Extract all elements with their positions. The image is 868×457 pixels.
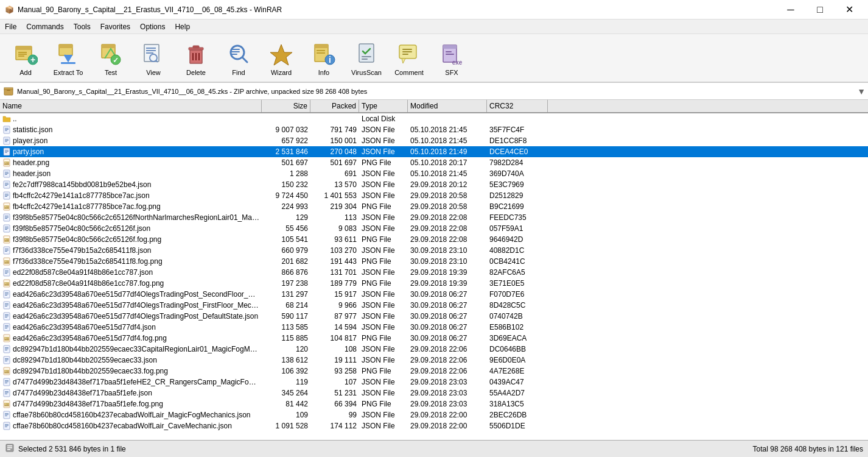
table-row[interactable]: f39f8b5e85775e04c80c566c2c65126f.json55 … bbox=[0, 223, 868, 234]
cell-modified: 30.09.2018 06:27 bbox=[408, 301, 487, 310]
col-header-modified[interactable]: Modified bbox=[408, 100, 487, 112]
table-row[interactable]: party.json2 531 846270 048JSON File05.10… bbox=[0, 146, 868, 157]
maximize-button[interactable]: □ bbox=[806, 0, 834, 19]
table-row[interactable]: ead426a6c23d39548a670ee515d77df4OlegsTra… bbox=[0, 289, 868, 300]
cell-crc: 369D740A bbox=[487, 169, 548, 178]
cell-packed: 191 443 bbox=[310, 257, 359, 266]
cell-size: 119 bbox=[262, 378, 310, 386]
close-button[interactable]: ✕ bbox=[835, 0, 863, 19]
cell-packed: 270 048 bbox=[310, 147, 359, 156]
cell-modified: 30.09.2018 23:10 bbox=[408, 246, 487, 255]
svg-text:i: i bbox=[329, 55, 331, 65]
svg-rect-92 bbox=[5, 229, 7, 230]
wizard-button[interactable]: Wizard bbox=[261, 36, 302, 80]
menu-item-file[interactable]: File bbox=[0, 19, 21, 34]
cell-modified: 29.09.2018 22:00 bbox=[408, 422, 487, 430]
menu-item-help[interactable]: Help bbox=[170, 19, 195, 34]
extract-button[interactable]: Extract To bbox=[47, 36, 89, 80]
cell-modified: 29.09.2018 23:03 bbox=[408, 378, 487, 386]
info-button[interactable]: iInfo bbox=[303, 36, 345, 80]
cell-name: d7477d499b23d48438ef717baa5f1efe.fog.png bbox=[0, 400, 262, 408]
table-row[interactable]: fb4cffc2c4279e141a1c877785bce7ac.json9 7… bbox=[0, 190, 868, 201]
svg-rect-132 bbox=[5, 350, 7, 350]
file-name: ead426a6c23d39548a670ee515d77df4OlegsTra… bbox=[13, 312, 258, 321]
virusscan-button[interactable]: VirusScan bbox=[346, 36, 387, 80]
table-row[interactable]: f7f36d338ce755e479b15a2c685411f8.json660… bbox=[0, 245, 868, 256]
cell-name: player.json bbox=[0, 136, 262, 145]
svg-rect-54 bbox=[7, 90, 10, 91]
table-row[interactable]: ed22f08d587c8e04a91f48b86e1cc787.json866… bbox=[0, 267, 868, 278]
svg-rect-158 bbox=[5, 427, 7, 427]
comment-icon bbox=[394, 40, 424, 67]
minimize-button[interactable]: ─ bbox=[777, 0, 805, 19]
find-button[interactable]: Find bbox=[218, 36, 259, 80]
table-row[interactable]: fb4cffc2c4279e141a1c877785bce7ac.fog.png… bbox=[0, 201, 868, 212]
cell-modified: 29.09.2018 23:03 bbox=[408, 389, 487, 397]
menu-item-favorites[interactable]: Favorites bbox=[96, 19, 135, 34]
table-row[interactable]: header.json1 288691JSON File05.10.2018 2… bbox=[0, 168, 868, 179]
file-name: f39f8b5e85775e04c80c566c2c65126fNorthNar… bbox=[13, 213, 259, 222]
cell-crc: DCEA4CE0 bbox=[487, 147, 548, 156]
col-header-type[interactable]: Type bbox=[359, 100, 408, 112]
table-row[interactable]: f39f8b5e85775e04c80c566c2c65126fNorthNar… bbox=[0, 212, 868, 223]
table-row[interactable]: ..Local Disk bbox=[0, 113, 868, 124]
table-row[interactable]: cffae78b60b80cd458160b4237ecabadWolfLair… bbox=[0, 420, 868, 431]
address-dropdown-icon[interactable]: ▼ bbox=[857, 87, 866, 96]
comment-button[interactable]: Comment bbox=[388, 36, 430, 80]
cell-modified: 30.09.2018 06:27 bbox=[408, 290, 487, 299]
table-row[interactable]: ead426a6c23d39548a670ee515d77df4OlegsTra… bbox=[0, 311, 868, 322]
svg-marker-32 bbox=[270, 44, 292, 65]
table-row[interactable]: header.png501 697501 697PNG File05.10.20… bbox=[0, 157, 868, 168]
table-row[interactable]: dc892947b1d180b44bb202559ecaec33.json138… bbox=[0, 355, 868, 366]
table-row[interactable]: ead426a6c23d39548a670ee515d77df4.fog.png… bbox=[0, 333, 868, 344]
cell-packed: 107 bbox=[310, 378, 359, 386]
file-name: party.json bbox=[13, 147, 44, 156]
test-button[interactable]: ✓Test bbox=[90, 36, 131, 80]
json-file-icon bbox=[2, 180, 11, 189]
col-header-size[interactable]: Size bbox=[262, 100, 310, 112]
table-row[interactable]: ead426a6c23d39548a670ee515d77df4OlegsTra… bbox=[0, 300, 868, 311]
cell-packed: 66 394 bbox=[310, 400, 359, 408]
cell-crc: 3E71E0E5 bbox=[487, 279, 548, 288]
menu-item-commands[interactable]: Commands bbox=[21, 19, 68, 34]
cell-packed: 150 001 bbox=[310, 136, 359, 145]
table-row[interactable]: dc892947b1d180b44bb202559ecaec33.fog.png… bbox=[0, 366, 868, 377]
svg-rect-143 bbox=[5, 383, 7, 383]
cell-type: JSON File bbox=[359, 323, 408, 331]
col-header-packed[interactable]: Packed bbox=[310, 100, 359, 112]
svg-rect-153 bbox=[5, 414, 9, 415]
table-row[interactable]: player.json657 922150 001JSON File05.10.… bbox=[0, 135, 868, 146]
svg-rect-66 bbox=[5, 152, 7, 153]
col-header-crc[interactable]: CRC32 bbox=[487, 100, 548, 112]
cell-size: 657 922 bbox=[262, 136, 310, 145]
add-button[interactable]: +Add bbox=[5, 36, 46, 80]
menu-item-options[interactable]: Options bbox=[135, 19, 170, 34]
table-row[interactable]: f7f36d338ce755e479b15a2c685411f8.fog.png… bbox=[0, 256, 868, 267]
sfx-button[interactable]: exeSFX bbox=[431, 36, 472, 80]
table-row[interactable]: ead426a6c23d39548a670ee515d77df4.json113… bbox=[0, 322, 868, 333]
table-row[interactable]: cffae78b60b80cd458160b4237ecabadWolfLair… bbox=[0, 409, 868, 420]
svg-rect-2 bbox=[18, 54, 27, 55]
table-row[interactable]: fe2c7dff7988ca145bbd0081b9e52be4.json150… bbox=[0, 179, 868, 190]
table-row[interactable]: dc892947b1d180b44bb202559ecaec33CapitalR… bbox=[0, 344, 868, 355]
cell-packed: 51 231 bbox=[310, 389, 359, 397]
cell-crc: 0439AC47 bbox=[487, 378, 548, 386]
table-row[interactable]: d7477d499b23d48438ef717baa5f1efe.json345… bbox=[0, 388, 868, 399]
table-row[interactable]: d7477d499b23d48438ef717baa5f1efe.fog.png… bbox=[0, 399, 868, 409]
view-button[interactable]: View bbox=[133, 36, 174, 80]
cell-packed: 93 611 bbox=[310, 235, 359, 244]
file-name: f7f36d338ce755e479b15a2c685411f8.json bbox=[13, 246, 152, 255]
table-row[interactable]: ed22f08d587c8e04a91f48b86e1cc787.fog.png… bbox=[0, 278, 868, 289]
table-row[interactable]: f39f8b5e85775e04c80c566c2c65126f.fog.png… bbox=[0, 234, 868, 245]
col-header-name[interactable]: Name bbox=[0, 100, 262, 112]
delete-button[interactable]: Delete bbox=[175, 36, 217, 80]
menu-item-tools[interactable]: Tools bbox=[69, 19, 96, 34]
cell-size: 138 612 bbox=[262, 356, 310, 364]
svg-rect-90 bbox=[5, 227, 9, 227]
json-file-icon bbox=[2, 378, 11, 386]
cell-name: ead426a6c23d39548a670ee515d77df4OlegsTra… bbox=[0, 312, 262, 321]
table-row[interactable]: statistic.json9 007 032791 749JSON File0… bbox=[0, 124, 868, 135]
view-label: View bbox=[146, 69, 161, 76]
table-row[interactable]: d7477d499b23d48438ef717baa5f1efeHE2_CR_R… bbox=[0, 377, 868, 388]
json-file-icon bbox=[2, 312, 11, 321]
